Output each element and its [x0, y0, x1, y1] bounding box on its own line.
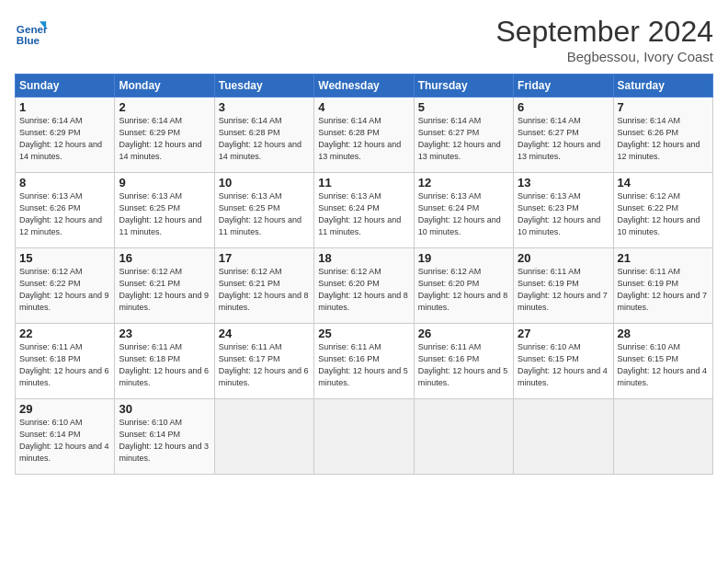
- day-info: Sunrise: 6:14 AMSunset: 6:28 PMDaylight:…: [219, 115, 310, 163]
- logo-icon: General Blue: [15, 15, 48, 48]
- table-row: 1Sunrise: 6:14 AMSunset: 6:29 PMDaylight…: [16, 98, 115, 173]
- col-tuesday: Tuesday: [214, 75, 313, 98]
- col-wednesday: Wednesday: [314, 75, 414, 98]
- day-info: Sunrise: 6:10 AMSunset: 6:14 PMDaylight:…: [119, 417, 210, 465]
- svg-text:Blue: Blue: [17, 34, 40, 46]
- table-row: 29Sunrise: 6:10 AMSunset: 6:14 PMDayligh…: [16, 399, 115, 475]
- table-row: 28Sunrise: 6:10 AMSunset: 6:15 PMDayligh…: [613, 324, 712, 399]
- day-number: 25: [318, 327, 409, 340]
- day-info: Sunrise: 6:14 AMSunset: 6:29 PMDaylight:…: [119, 115, 210, 163]
- day-number: 1: [19, 100, 110, 114]
- table-row: 22Sunrise: 6:11 AMSunset: 6:18 PMDayligh…: [16, 324, 115, 399]
- day-number: 28: [618, 327, 709, 340]
- day-number: 8: [19, 176, 110, 190]
- day-number: 21: [618, 251, 709, 265]
- calendar-header-row: Sunday Monday Tuesday Wednesday Thursday…: [16, 75, 713, 98]
- day-number: 10: [219, 176, 310, 190]
- table-row: [514, 399, 613, 475]
- day-number: 22: [19, 327, 110, 340]
- day-info: Sunrise: 6:13 AMSunset: 6:26 PMDaylight:…: [19, 190, 110, 238]
- day-number: 29: [19, 402, 110, 416]
- logo: General Blue: [15, 15, 48, 48]
- day-info: Sunrise: 6:13 AMSunset: 6:25 PMDaylight:…: [119, 190, 210, 238]
- day-number: 12: [418, 176, 509, 190]
- table-row: 24Sunrise: 6:11 AMSunset: 6:17 PMDayligh…: [214, 324, 313, 399]
- day-info: Sunrise: 6:10 AMSunset: 6:15 PMDaylight:…: [518, 341, 609, 389]
- title-block: September 2024 Begbessou, Ivory Coast: [495, 15, 713, 64]
- day-info: Sunrise: 6:14 AMSunset: 6:26 PMDaylight:…: [618, 115, 709, 163]
- calendar-container: General Blue September 2024 Begbessou, I…: [0, 0, 728, 484]
- calendar-week-row: 15Sunrise: 6:12 AMSunset: 6:22 PMDayligh…: [16, 248, 713, 324]
- day-info: Sunrise: 6:11 AMSunset: 6:18 PMDaylight:…: [119, 341, 210, 389]
- table-row: 25Sunrise: 6:11 AMSunset: 6:16 PMDayligh…: [314, 324, 414, 399]
- table-row: [214, 399, 313, 475]
- table-row: 12Sunrise: 6:13 AMSunset: 6:24 PMDayligh…: [414, 173, 513, 248]
- day-number: 16: [119, 251, 210, 265]
- table-row: [314, 399, 414, 475]
- table-row: 2Sunrise: 6:14 AMSunset: 6:29 PMDaylight…: [115, 98, 214, 173]
- day-info: Sunrise: 6:11 AMSunset: 6:16 PMDaylight:…: [418, 341, 509, 389]
- table-row: 27Sunrise: 6:10 AMSunset: 6:15 PMDayligh…: [514, 324, 613, 399]
- day-info: Sunrise: 6:12 AMSunset: 6:21 PMDaylight:…: [119, 266, 210, 314]
- day-info: Sunrise: 6:11 AMSunset: 6:19 PMDaylight:…: [618, 266, 709, 314]
- day-number: 2: [119, 100, 210, 114]
- day-number: 6: [518, 100, 609, 114]
- day-info: Sunrise: 6:13 AMSunset: 6:25 PMDaylight:…: [219, 190, 310, 238]
- day-info: Sunrise: 6:13 AMSunset: 6:23 PMDaylight:…: [518, 190, 609, 238]
- calendar-week-row: 22Sunrise: 6:11 AMSunset: 6:18 PMDayligh…: [16, 324, 713, 399]
- col-friday: Friday: [514, 75, 613, 98]
- calendar-table: Sunday Monday Tuesday Wednesday Thursday…: [15, 74, 713, 475]
- table-row: 11Sunrise: 6:13 AMSunset: 6:24 PMDayligh…: [314, 173, 414, 248]
- table-row: 21Sunrise: 6:11 AMSunset: 6:19 PMDayligh…: [613, 248, 712, 324]
- day-info: Sunrise: 6:11 AMSunset: 6:16 PMDaylight:…: [318, 341, 409, 389]
- day-info: Sunrise: 6:11 AMSunset: 6:17 PMDaylight:…: [219, 341, 310, 389]
- day-info: Sunrise: 6:12 AMSunset: 6:20 PMDaylight:…: [318, 266, 409, 314]
- day-number: 30: [119, 402, 210, 416]
- day-number: 24: [219, 327, 310, 340]
- calendar-week-row: 1Sunrise: 6:14 AMSunset: 6:29 PMDaylight…: [16, 98, 713, 173]
- day-number: 20: [518, 251, 609, 265]
- day-info: Sunrise: 6:12 AMSunset: 6:22 PMDaylight:…: [19, 266, 110, 314]
- day-number: 3: [219, 100, 310, 114]
- day-info: Sunrise: 6:11 AMSunset: 6:19 PMDaylight:…: [518, 266, 609, 314]
- day-number: 17: [219, 251, 310, 265]
- table-row: 19Sunrise: 6:12 AMSunset: 6:20 PMDayligh…: [414, 248, 513, 324]
- day-number: 5: [418, 100, 509, 114]
- table-row: 26Sunrise: 6:11 AMSunset: 6:16 PMDayligh…: [414, 324, 513, 399]
- day-info: Sunrise: 6:11 AMSunset: 6:18 PMDaylight:…: [19, 341, 110, 389]
- day-info: Sunrise: 6:14 AMSunset: 6:29 PMDaylight:…: [19, 115, 110, 163]
- col-thursday: Thursday: [414, 75, 513, 98]
- table-row: 5Sunrise: 6:14 AMSunset: 6:27 PMDaylight…: [414, 98, 513, 173]
- table-row: [414, 399, 513, 475]
- calendar-week-row: 8Sunrise: 6:13 AMSunset: 6:26 PMDaylight…: [16, 173, 713, 248]
- table-row: 20Sunrise: 6:11 AMSunset: 6:19 PMDayligh…: [514, 248, 613, 324]
- day-info: Sunrise: 6:12 AMSunset: 6:22 PMDaylight:…: [618, 190, 709, 238]
- day-number: 4: [318, 100, 409, 114]
- calendar-header: General Blue September 2024 Begbessou, I…: [15, 15, 713, 64]
- day-number: 23: [119, 327, 210, 340]
- day-number: 7: [618, 100, 709, 114]
- calendar-body: 1Sunrise: 6:14 AMSunset: 6:29 PMDaylight…: [16, 98, 713, 475]
- table-row: 13Sunrise: 6:13 AMSunset: 6:23 PMDayligh…: [514, 173, 613, 248]
- day-number: 15: [19, 251, 110, 265]
- day-number: 18: [318, 251, 409, 265]
- day-number: 27: [518, 327, 609, 340]
- table-row: 6Sunrise: 6:14 AMSunset: 6:27 PMDaylight…: [514, 98, 613, 173]
- day-number: 19: [418, 251, 509, 265]
- table-row: 16Sunrise: 6:12 AMSunset: 6:21 PMDayligh…: [115, 248, 214, 324]
- day-info: Sunrise: 6:13 AMSunset: 6:24 PMDaylight:…: [418, 190, 509, 238]
- table-row: 14Sunrise: 6:12 AMSunset: 6:22 PMDayligh…: [613, 173, 712, 248]
- day-info: Sunrise: 6:14 AMSunset: 6:27 PMDaylight:…: [518, 115, 609, 163]
- day-info: Sunrise: 6:10 AMSunset: 6:15 PMDaylight:…: [618, 341, 709, 389]
- table-row: [613, 399, 712, 475]
- table-row: 3Sunrise: 6:14 AMSunset: 6:28 PMDaylight…: [214, 98, 313, 173]
- day-info: Sunrise: 6:12 AMSunset: 6:21 PMDaylight:…: [219, 266, 310, 314]
- table-row: 30Sunrise: 6:10 AMSunset: 6:14 PMDayligh…: [115, 399, 214, 475]
- col-monday: Monday: [115, 75, 214, 98]
- day-number: 26: [418, 327, 509, 340]
- day-info: Sunrise: 6:14 AMSunset: 6:28 PMDaylight:…: [318, 115, 409, 163]
- table-row: 8Sunrise: 6:13 AMSunset: 6:26 PMDaylight…: [16, 173, 115, 248]
- col-saturday: Saturday: [613, 75, 712, 98]
- table-row: 17Sunrise: 6:12 AMSunset: 6:21 PMDayligh…: [214, 248, 313, 324]
- col-sunday: Sunday: [16, 75, 115, 98]
